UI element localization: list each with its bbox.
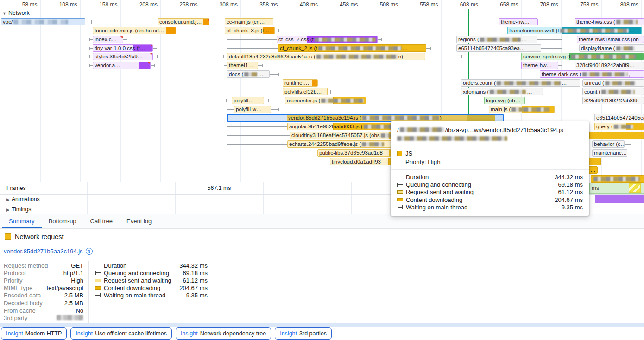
tab-bottom-up[interactable]: Bottom-up xyxy=(42,215,83,228)
timing-label: Queuing and connecting xyxy=(104,270,183,277)
request-whisker-cap xyxy=(461,55,462,58)
network-request-bar[interactable]: cf_chunk_2.js (t… xyxy=(278,44,426,52)
ruler-tick-label: 608 ms xyxy=(460,1,478,8)
network-request-bar[interactable]: index.c… xyxy=(93,36,123,43)
expand-arrow-icon[interactable]: ▶ xyxy=(6,197,10,202)
timing-phase-icon xyxy=(397,205,403,209)
network-request-bar[interactable]: theme-hws.css ( xyxy=(575,18,644,25)
timing-row: Queuing and connecting69.18 ms xyxy=(95,269,208,277)
network-request-bar[interactable]: vpc/ xyxy=(1,18,85,25)
network-request-bar[interactable]: displayName ( xyxy=(579,44,644,52)
network-request-bar[interactable]: vendor.a… xyxy=(93,62,151,69)
network-track-header[interactable]: ▼Network xyxy=(2,10,30,16)
network-request-bar[interactable]: defaultI18n4.232d8d6623cae54a.js (n) xyxy=(227,53,425,60)
network-request-bar[interactable]: tiny-var-1.0.0.css (t… xyxy=(93,44,153,52)
network-request-bar[interactable]: service_sprite.svg (t xyxy=(521,53,644,60)
request-whisker xyxy=(273,22,278,22)
tab-event-log[interactable]: Event log xyxy=(120,215,158,228)
request-whisker-cap xyxy=(562,38,562,41)
request-whisker xyxy=(153,57,157,57)
network-request-bar[interactable]: theme-hw… xyxy=(521,62,558,69)
insight-chip-modern-http[interactable]: InsightModern HTTP xyxy=(1,327,67,340)
request-label: theme-hw… xyxy=(522,62,558,69)
network-request-bar[interactable]: logo.svg (ob… xyxy=(484,97,525,104)
network-request-bar[interactable]: polyfill-w… xyxy=(234,106,271,113)
timing-row: Queuing and connecting69.18 ms xyxy=(397,181,583,188)
request-whisker xyxy=(481,101,484,101)
network-request-bar[interactable]: behavior (c… xyxy=(592,140,625,148)
network-request-bar[interactable]: usercenter.js ( xyxy=(285,97,366,104)
network-request-bar[interactable] xyxy=(589,132,644,139)
request-whisker xyxy=(625,144,631,145)
redacted-text xyxy=(616,46,635,50)
field-value: High xyxy=(71,277,83,284)
expand-arrow-icon[interactable]: ▶ xyxy=(6,208,10,212)
request-whisker xyxy=(153,48,157,49)
network-request-bar[interactable]: xdomains (… xyxy=(461,88,543,95)
request-file-link[interactable]: vendor.85dd271b5aa3c194.js xyxy=(4,248,83,255)
timing-label: Queuing and connecting xyxy=(406,181,558,188)
network-request-bar[interactable]: polyfill… xyxy=(232,97,264,104)
frame-divider xyxy=(351,204,352,214)
network-request-bar[interactable]: regions (… xyxy=(456,36,537,43)
network-request-bar[interactable]: theme-hws1small.css (ob xyxy=(577,36,644,43)
ruler-tick-label: 58 ms xyxy=(22,1,38,8)
network-request-bar[interactable]: main.js ( xyxy=(489,106,555,113)
request-whisker-cap xyxy=(430,47,431,50)
request-timing-breakdown: Duration344.32 msQueuing and connecting6… xyxy=(95,262,208,299)
network-request-bar[interactable]: runtime…. xyxy=(283,79,318,87)
network-request-bar[interactable]: count ( xyxy=(582,88,644,95)
request-whisker-cap xyxy=(280,99,280,102)
network-request-bar[interactable]: polyfills.cf12b… xyxy=(283,88,328,95)
network-request-bar[interactable]: 328cf940189242ab8f9… xyxy=(575,62,644,69)
redacted-text xyxy=(400,127,444,132)
network-request-bar[interactable]: query ( xyxy=(594,123,644,130)
network-request-bar[interactable]: … xyxy=(588,166,598,174)
animation-bar[interactable] xyxy=(595,195,644,203)
tab-call-tree[interactable]: Call tree xyxy=(83,215,120,228)
network-request-bar[interactable]: consoleui.umd.j… xyxy=(158,18,209,25)
network-request-bar[interactable]: theme-dark.css (, xyxy=(540,70,644,78)
network-request-bar[interactable]: furion-cdn.min.js (res.hc-cd… xyxy=(93,27,176,34)
request-whisker-cap xyxy=(580,90,580,94)
timing-row: Content downloading204.67 ms xyxy=(95,284,208,292)
timing-icon-spacer xyxy=(95,264,101,268)
network-request-bar[interactable] xyxy=(591,175,644,183)
network-request-bar[interactable]: theme-hw… xyxy=(499,18,538,25)
network-request-bar[interactable]: vendor.85dd271b5aa3c194.js () xyxy=(227,114,504,122)
insight-chip-network-dependency-tree[interactable]: InsightNetwork dependency tree xyxy=(176,327,271,340)
network-request-bar[interactable]: e65114b05472405ca93ea… xyxy=(456,44,541,52)
tab-summary[interactable]: Summary xyxy=(2,215,42,228)
request-whisker xyxy=(264,101,268,101)
network-request-bar[interactable]: orders.count (… xyxy=(461,79,580,87)
field-value xyxy=(57,315,83,321)
insight-chip-3rd-parties[interactable]: Insight3rd parties xyxy=(275,327,332,340)
network-request-bar[interactable]: themeI1… xyxy=(227,62,258,69)
network-request-bar[interactable]: e65114b05472405ca9 xyxy=(594,114,644,121)
request-whisker-cap xyxy=(562,20,562,24)
network-request-bar[interactable]: cf_chunk_3.js (t… xyxy=(225,27,275,34)
request-label: theme-hws.css ( xyxy=(575,19,644,25)
ruler-tick-label: 258 ms xyxy=(179,1,197,8)
request-field-row: 3rd party xyxy=(4,314,83,321)
request-whisker-cap xyxy=(180,29,180,32)
request-whisker-cap xyxy=(227,143,227,146)
insight-chip-use-efficient-cache-lifetimes[interactable]: InsightUse efficient cache lifetimes xyxy=(70,327,172,340)
network-request-bar[interactable]: cf_css_2.css (t… xyxy=(277,36,378,43)
frame-divider xyxy=(87,204,88,214)
field-label: Priority xyxy=(4,277,22,284)
render-blocking-corner-icon xyxy=(150,53,153,56)
network-request-bar[interactable] xyxy=(588,158,601,165)
network-request-bar[interactable]: maintenanc… xyxy=(592,149,627,157)
network-request-bar[interactable]: cc-main.js (cn… xyxy=(225,18,273,25)
tooltip-url: //ibiza-vp…ws/vendor.85dd271b5aa3c194.js xyxy=(397,126,583,134)
network-request-bar[interactable]: docs (… xyxy=(227,70,270,78)
partially-presented-frame[interactable]: ms xyxy=(589,183,644,194)
network-request-bar[interactable]: frameIcomoon.woff (t… xyxy=(507,27,642,34)
network-request-bar[interactable]: styles.36a4c52fa9… xyxy=(93,53,153,60)
request-label: count ( xyxy=(583,88,644,95)
network-request-bar[interactable]: unread ( xyxy=(582,79,644,87)
field-label: MIME type xyxy=(4,284,32,291)
network-request-bar[interactable]: 328cf940189242ab8f9 xyxy=(582,97,644,104)
reveal-in-network-icon[interactable]: ⇅ xyxy=(86,248,93,255)
